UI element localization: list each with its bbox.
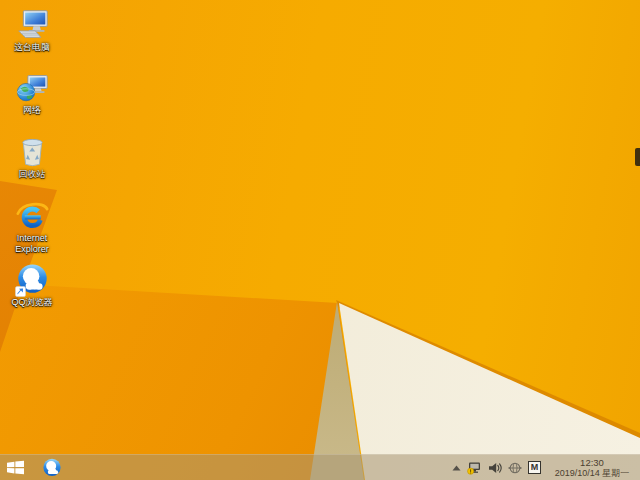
clock-time: 12:30 [580,457,604,468]
speaker-icon [488,462,502,474]
taskbar-qq-browser-button[interactable] [38,455,66,480]
desktop-icon-label: 网络 [23,105,41,116]
this-pc-icon [16,8,49,41]
recycle-bin-icon [16,135,49,168]
desktop-icon-label: 回收站 [19,169,46,180]
system-tray: M 12:30 2019/10/14 星期一 [452,457,640,478]
start-button[interactable] [0,455,30,480]
desktop-icon-this-pc[interactable]: 这台电脑 [1,8,63,53]
desktop-icon-network[interactable]: 网络 [1,71,63,116]
volume-button[interactable] [488,462,502,474]
desktop-icon-label: QQ浏览器 [11,297,52,308]
globe-sphere-icon [508,461,522,475]
screen-edge-notch [635,148,640,166]
windows-logo-icon [7,460,24,475]
desktop-icon-internet-explorer[interactable]: Internet Explorer [1,199,63,254]
clock-date: 2019/10/14 星期一 [555,468,630,478]
taskbar-clock[interactable]: 12:30 2019/10/14 星期一 [547,457,637,478]
chevron-up-icon [452,464,461,472]
show-hidden-icons-button[interactable] [452,464,461,472]
shortcut-arrow-icon [15,286,26,297]
network-icon [16,71,49,104]
input-method-indicator[interactable]: M [528,461,541,474]
desktop-icon-label: 这台电脑 [14,42,50,53]
security-sphere-button[interactable] [508,461,522,475]
desktop-icon-label: Internet Explorer [2,233,62,254]
network-warning-icon [467,461,482,475]
desktop-icon-recycle-bin[interactable]: 回收站 [1,135,63,180]
internet-explorer-icon [16,199,49,232]
desktop-icon-qq-browser[interactable]: QQ浏览器 [1,263,63,308]
qq-browser-icon [42,458,62,478]
qq-browser-icon [16,263,49,296]
taskbar: M 12:30 2019/10/14 星期一 [0,454,640,480]
network-status-button[interactable] [467,461,482,475]
desktop: 这台电脑 网络 回收站 [0,0,640,480]
